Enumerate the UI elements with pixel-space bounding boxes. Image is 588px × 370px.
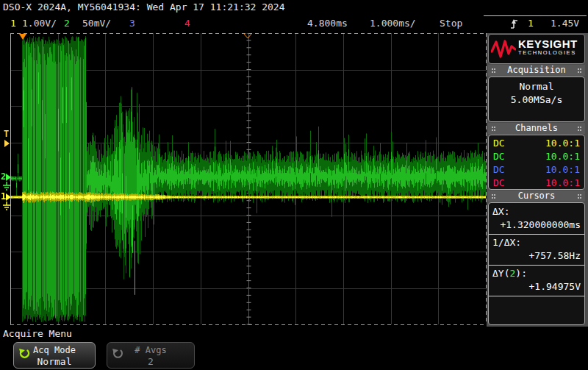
dy-label: ΔY(2):	[492, 268, 527, 279]
invdx-label: 1/ΔX:	[492, 237, 521, 248]
ch1-zero-marker[interactable]: 1	[1, 192, 11, 201]
channel-row: DC10.0:1	[493, 137, 580, 150]
oscilloscope-screen: DSO-X 2024A, MY56041934: Wed Apr 17 11:2…	[0, 0, 588, 370]
trigger-level-arrow-icon[interactable]	[4, 138, 10, 147]
timebase-readout: 1.000ms/	[370, 15, 416, 32]
status-bar: 1 1.00V/ 2 50mV/ 3 4 4.800ms 1.000ms/ St…	[0, 15, 588, 32]
cursors-box: ΔX: +1.320000000ms 1/ΔX: +757.58Hz ΔY(2)…	[488, 202, 585, 325]
invdx-value: +757.58Hz	[529, 250, 581, 261]
trigger-level: 1.45V	[551, 15, 579, 32]
channel3-badge[interactable]: 3	[129, 15, 135, 32]
grip-icon	[578, 127, 579, 128]
dy-value: +1.94975V	[529, 281, 581, 292]
instrument-id: DSO-X 2024A, MY56041934: Wed Apr 17 11:2…	[3, 1, 285, 13]
brand-name: KEYSIGHT TECHNOLOGIES	[518, 38, 578, 56]
trigger-level-marker[interactable]: T	[4, 129, 9, 138]
divider	[489, 234, 584, 235]
ch2-ground-icon	[2, 182, 11, 192]
grip-icon	[492, 127, 493, 128]
channel-row: DC10.0:1	[493, 150, 580, 163]
channels-header: Channels	[488, 123, 585, 134]
delay-readout: 4.800ms	[307, 15, 348, 32]
grip-icon	[492, 68, 493, 70]
menu-title: Acquire Menu	[3, 328, 72, 339]
trigger-block-underline	[484, 15, 587, 16]
trigger-source: 1	[528, 15, 534, 32]
trigger-edge-icon	[510, 18, 518, 35]
acquisition-header: Acquisition	[488, 65, 585, 76]
title-bar: DSO-X 2024A, MY56041934: Wed Apr 17 11:2…	[0, 0, 588, 15]
grip-icon	[492, 194, 493, 196]
grip-icon	[578, 68, 579, 70]
channels-box: DC10.0:1 DC10.0:1 DC10.0:1 DC10.0:1	[488, 135, 585, 190]
grip-icon	[578, 194, 579, 196]
ch2-zero-marker[interactable]: 2	[1, 172, 11, 181]
channel1-badge[interactable]: 1	[10, 15, 16, 32]
keysight-spark-icon	[491, 38, 516, 60]
info-panel: KEYSIGHT TECHNOLOGIES Acquisition Normal…	[487, 33, 588, 327]
channel4-badge[interactable]: 4	[184, 15, 190, 32]
dx-value: +1.320000000ms	[500, 219, 581, 230]
acquisition-box: Normal 5.00MSa/s	[488, 77, 585, 122]
channel-row: DC10.0:1	[493, 163, 580, 177]
cursors-header: Cursors	[488, 191, 585, 202]
channel-row: DC10.0:1	[493, 177, 580, 190]
channel2-scale[interactable]: 50mV/	[82, 15, 111, 32]
softkey-num-avgs[interactable]: # Avgs 2	[107, 342, 195, 369]
brand-box: KEYSIGHT TECHNOLOGIES	[488, 34, 585, 64]
ch1-ground-icon	[2, 202, 11, 212]
ch2-arrow-icon	[6, 174, 11, 181]
dx-label: ΔX:	[492, 206, 509, 217]
sample-rate: 5.00MSa/s	[489, 93, 584, 107]
ch1-arrow-icon	[6, 193, 11, 201]
channel1-scale[interactable]: 1.00V/	[22, 15, 57, 32]
acq-mode: Normal	[489, 80, 584, 93]
divider	[489, 265, 584, 266]
softkey-acq-mode[interactable]: Acq Mode Normal	[13, 342, 96, 369]
softkey-menu: Acquire Menu Acq Mode Normal # Avgs 2	[0, 327, 588, 370]
waveform-display[interactable]	[0, 33, 487, 327]
run-state: Stop	[440, 15, 462, 32]
divider	[489, 296, 584, 296]
channel2-badge[interactable]: 2	[64, 15, 70, 32]
